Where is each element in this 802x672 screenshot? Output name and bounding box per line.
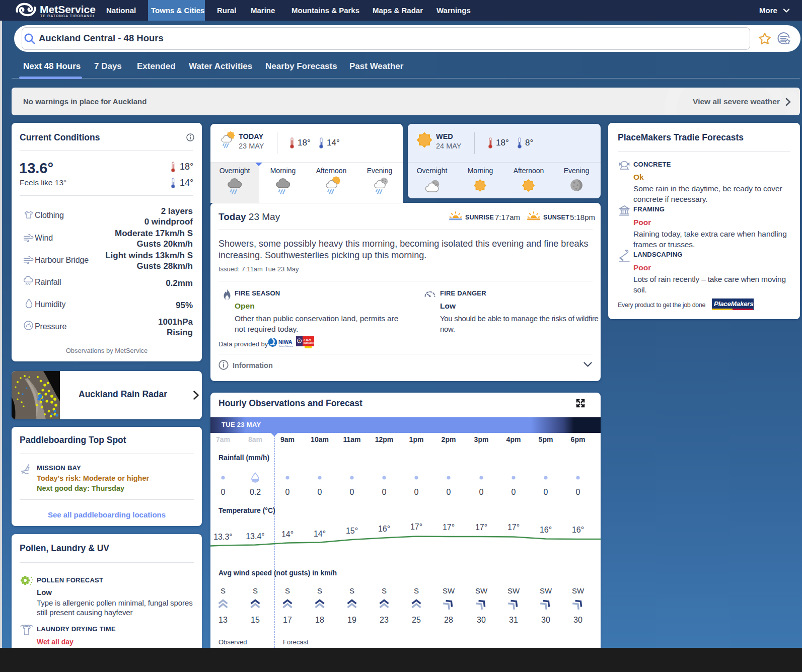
svg-text:Taihoro Nukurangi: Taihoro Nukurangi [279, 345, 294, 347]
svg-text:EMERGENCY: EMERGENCY [304, 342, 314, 344]
svg-text:NIWA: NIWA [278, 339, 293, 345]
svg-text:FIRE: FIRE [304, 338, 313, 342]
